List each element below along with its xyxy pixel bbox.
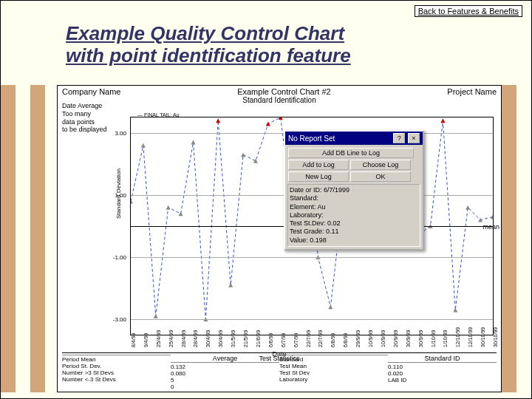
x-tick: 12/10/99 — [468, 327, 473, 347]
x-tick: 10/9/99 — [381, 330, 386, 347]
x-tick: 30/10/99 — [480, 327, 485, 347]
data-point[interactable] — [279, 117, 283, 120]
x-tick: 8/4/99 — [131, 333, 136, 347]
x-tick: 28/4/99 — [181, 330, 186, 347]
x-tick: 10/9/99 — [368, 330, 373, 347]
new-log-button[interactable]: New Log — [288, 171, 349, 182]
popup-titlebar[interactable]: No Report Set ? × — [285, 132, 423, 145]
data-point[interactable] — [466, 205, 470, 210]
x-tick: 22/7/99 — [306, 330, 311, 347]
x-tick: 9/4/99 — [143, 333, 149, 347]
x-tick: 21/6/99 — [256, 330, 261, 347]
data-point[interactable] — [453, 307, 457, 312]
add-to-log-button[interactable]: Add to Log — [288, 160, 349, 170]
x-tick: 12/10/99 — [455, 327, 460, 347]
data-point[interactable] — [241, 152, 245, 157]
y-tick: 1.00 — [115, 192, 126, 199]
x-tick: 22/7/99 — [318, 330, 323, 347]
test-statistics-panel: Period Mean Period St. Dev. Number >3 St… — [62, 352, 497, 390]
x-tick: 30/9/99 — [406, 330, 411, 347]
x-tick: 1/10/99 — [431, 330, 436, 347]
x-tick: 6/6/99 — [268, 333, 273, 347]
data-point[interactable] — [228, 283, 233, 287]
y-tick: -3.00 — [113, 316, 126, 323]
y-tick: 3.00 — [115, 130, 126, 137]
header-project: Project Name — [447, 87, 497, 96]
x-tick: 6/7/99 — [293, 333, 299, 347]
data-point[interactable] — [440, 118, 445, 123]
page-title-line2: with point identification feature — [66, 44, 351, 66]
data-point[interactable] — [491, 214, 493, 219]
y-tick: -1.00 — [113, 254, 126, 261]
data-point[interactable] — [266, 121, 270, 126]
decorative-stripe-left — [1, 85, 57, 392]
close-icon[interactable]: × — [408, 133, 420, 143]
x-tick: 28/4/99 — [193, 330, 198, 347]
header-chart-title: Example Control Chart #2 — [237, 87, 331, 96]
add-db-line-button[interactable]: Add DB Line to Log — [288, 148, 414, 158]
subtitle: Standard Identification — [58, 96, 501, 104]
back-to-features-link[interactable]: Back to Features & Benefits — [415, 5, 522, 17]
header-company: Company Name — [62, 87, 120, 96]
x-tick: 30/10/99 — [493, 327, 498, 347]
choose-log-button[interactable]: Choose Log — [350, 160, 411, 170]
x-tick: 30/4/99 — [218, 330, 223, 347]
ok-button[interactable]: OK — [350, 171, 411, 182]
x-tick: 31/5/99 — [231, 330, 236, 347]
x-tick: 1/10/99 — [443, 330, 448, 347]
x-tick: 30/4/99 — [205, 330, 211, 347]
data-point[interactable] — [216, 118, 220, 123]
x-tick: 20/9/99 — [393, 330, 398, 347]
data-point[interactable] — [478, 218, 482, 222]
data-point[interactable] — [166, 205, 171, 210]
page-title-line1: Example Quality Control Chart — [66, 22, 344, 44]
x-tick: 30/9/99 — [418, 330, 423, 347]
x-tick: 6/8/99 — [330, 333, 335, 347]
x-tick: 6/7/99 — [281, 333, 286, 347]
point-info-popup[interactable]: No Report Set ? × Add DB Line to Log Add… — [284, 130, 424, 250]
data-point[interactable] — [141, 143, 146, 148]
data-point[interactable] — [179, 211, 183, 216]
page-title: Example Quality Control Chart with point… — [66, 23, 351, 67]
data-point[interactable] — [154, 314, 158, 318]
data-point[interactable] — [253, 159, 258, 163]
popup-title: No Report Set — [288, 134, 335, 143]
x-tick: 21/5/99 — [243, 330, 248, 347]
data-point[interactable] — [191, 140, 195, 145]
x-tick: 25/4/99 — [156, 330, 161, 347]
x-tick: 6/8/99 — [343, 333, 348, 347]
x-tick: 29/9/99 — [355, 330, 361, 347]
x-tick: 25/4/99 — [168, 330, 174, 347]
data-point[interactable] — [328, 304, 332, 309]
help-icon[interactable]: ? — [393, 133, 405, 143]
decorative-stripe-right — [502, 85, 531, 392]
popup-info: Date or ID: 6/7/1999 Standard: Element: … — [287, 184, 420, 247]
meta-text: Date Average Too many data points to be … — [62, 102, 107, 134]
chart-window: Company Name Example Control Chart #2 Pr… — [57, 85, 502, 392]
